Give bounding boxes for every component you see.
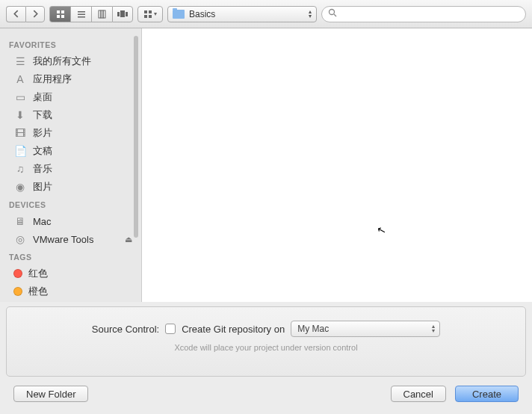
path-label: Basics <box>189 9 215 19</box>
svg-rect-3 <box>61 15 64 18</box>
search-icon <box>328 8 337 19</box>
updown-icon: ▴▾ <box>432 324 435 333</box>
svg-rect-9 <box>103 10 105 18</box>
sidebar-item-mac[interactable]: 🖥Mac <box>0 212 141 230</box>
back-icon <box>12 10 20 18</box>
svg-rect-15 <box>144 15 147 18</box>
updown-icon: ▴▾ <box>309 10 312 19</box>
sidebar-item-label: 应用程序 <box>33 72 72 86</box>
applications-icon: A <box>13 72 27 86</box>
svg-rect-4 <box>78 11 85 13</box>
list-icon <box>77 10 86 19</box>
git-location-select[interactable]: My Mac ▴▾ <box>291 321 440 337</box>
git-location-value: My Mac <box>297 324 329 334</box>
sidebar-item-label: 我的所有文件 <box>33 55 91 68</box>
sidebar-item-desktop[interactable]: ▭桌面 <box>0 88 141 106</box>
svg-point-17 <box>330 10 335 15</box>
columns-icon <box>98 10 107 19</box>
sidebar: FAVORITES ☰我的所有文件 A应用程序 ▭桌面 ⬇下载 🎞影片 📄文稿 … <box>0 28 142 302</box>
icon-view-button[interactable] <box>49 6 70 22</box>
sidebar-item-label: 红色 <box>28 267 48 280</box>
forward-icon <box>31 10 40 18</box>
favorites-header: FAVORITES <box>0 36 141 52</box>
grouping-icon <box>143 10 152 19</box>
svg-rect-16 <box>149 15 152 18</box>
coverflow-view-button[interactable] <box>112 6 133 22</box>
search-field-wrapper <box>321 6 526 22</box>
sidebar-item-all-files[interactable]: ☰我的所有文件 <box>0 52 141 70</box>
sidebar-item-label: 橙色 <box>28 285 48 298</box>
svg-rect-1 <box>61 10 64 13</box>
sidebar-item-label: 影片 <box>33 126 52 140</box>
scrollbar[interactable] <box>134 36 140 302</box>
computer-icon: 🖥 <box>13 214 27 228</box>
svg-rect-10 <box>117 12 120 16</box>
chevron-down-icon: ▾ <box>154 10 157 17</box>
documents-icon: 📄 <box>13 144 27 158</box>
options-hint: Xcode will place your project under vers… <box>22 343 510 352</box>
sidebar-item-label: VMware Tools <box>33 234 93 245</box>
all-files-icon: ☰ <box>13 55 27 68</box>
file-browser-content[interactable]: ↖ <box>142 28 532 302</box>
path-selector[interactable]: Basics ▴▾ <box>167 6 317 22</box>
main-area: FAVORITES ☰我的所有文件 A应用程序 ▭桌面 ⬇下载 🎞影片 📄文稿 … <box>0 28 532 302</box>
music-icon: ♫ <box>13 162 27 176</box>
sidebar-item-label: 音乐 <box>33 162 52 176</box>
sidebar-item-label: 下载 <box>33 108 52 122</box>
svg-rect-5 <box>78 13 85 15</box>
sidebar-item-tag-red[interactable]: 红色 <box>0 265 141 282</box>
svg-rect-6 <box>78 16 85 18</box>
desktop-icon: ▭ <box>13 90 27 104</box>
devices-header: DEVICES <box>0 196 141 212</box>
view-mode-group <box>49 6 133 22</box>
eject-icon[interactable]: ⏏ <box>125 235 132 244</box>
new-folder-button[interactable]: New Folder <box>13 386 88 402</box>
pictures-icon: ◉ <box>13 180 27 194</box>
source-control-label: Source Control: <box>92 324 159 335</box>
tags-header: TAGS <box>0 248 141 265</box>
back-button[interactable] <box>6 6 25 22</box>
sidebar-item-documents[interactable]: 📄文稿 <box>0 142 141 160</box>
tag-dot-icon <box>13 287 22 296</box>
forward-button[interactable] <box>25 6 45 22</box>
sidebar-item-downloads[interactable]: ⬇下载 <box>0 106 141 124</box>
sidebar-item-vmware[interactable]: ◎VMware Tools⏏ <box>0 230 141 248</box>
git-checkbox[interactable] <box>165 324 176 334</box>
sidebar-item-label: Mac <box>33 216 52 227</box>
nav-group <box>6 6 45 22</box>
options-panel: Source Control: Create Git repository on… <box>6 306 526 377</box>
sidebar-item-tag-orange[interactable]: 橙色 <box>0 282 141 300</box>
grid-icon <box>56 10 65 19</box>
sidebar-item-label: 文稿 <box>33 144 52 158</box>
toolbar: ▾ Basics ▴▾ <box>0 0 532 28</box>
svg-line-18 <box>334 14 336 16</box>
cursor-icon: ↖ <box>376 223 388 238</box>
movies-icon: 🎞 <box>13 126 27 140</box>
disc-icon: ◎ <box>13 232 27 246</box>
grouping-button[interactable]: ▾ <box>137 6 163 22</box>
downloads-icon: ⬇ <box>13 108 27 122</box>
search-input[interactable] <box>340 9 519 19</box>
tag-dot-icon <box>13 269 22 278</box>
svg-rect-0 <box>57 10 60 13</box>
coverflow-icon <box>117 10 128 19</box>
svg-rect-2 <box>57 15 60 18</box>
create-button[interactable]: Create <box>455 386 519 402</box>
sidebar-item-applications[interactable]: A应用程序 <box>0 70 141 88</box>
svg-rect-14 <box>149 10 152 13</box>
svg-rect-12 <box>126 12 128 16</box>
folder-icon <box>173 10 185 19</box>
sidebar-item-label: 桌面 <box>33 90 52 104</box>
button-bar: New Folder Cancel Create <box>0 377 532 411</box>
git-checkbox-label: Create Git repository on <box>182 324 285 335</box>
cancel-button[interactable]: Cancel <box>391 386 446 402</box>
sidebar-item-music[interactable]: ♫音乐 <box>0 160 141 178</box>
column-view-button[interactable] <box>91 6 112 22</box>
svg-rect-11 <box>120 10 125 17</box>
sidebar-item-label: 图片 <box>33 180 52 194</box>
svg-rect-13 <box>144 10 147 13</box>
sidebar-item-movies[interactable]: 🎞影片 <box>0 124 141 142</box>
list-view-button[interactable] <box>70 6 91 22</box>
sidebar-item-pictures[interactable]: ◉图片 <box>0 178 141 196</box>
